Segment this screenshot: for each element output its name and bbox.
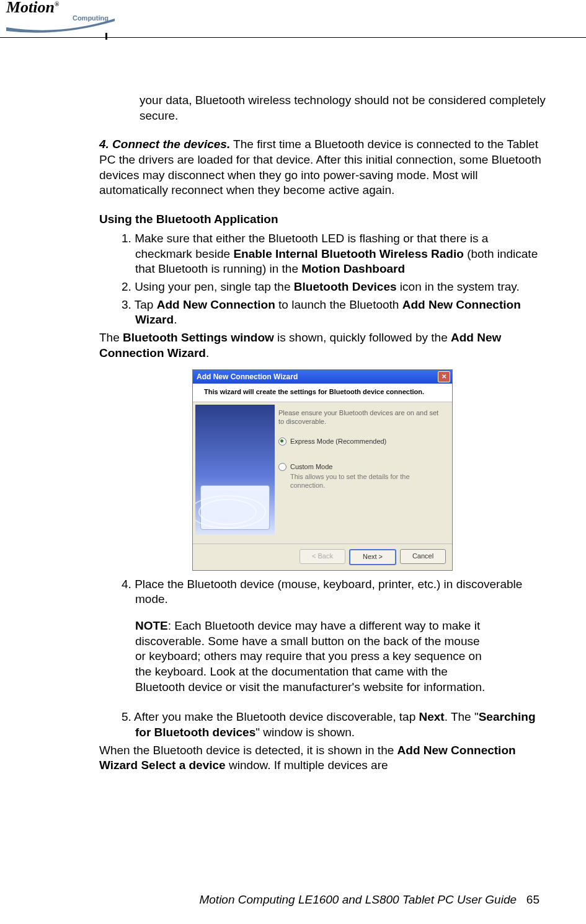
brand-logo: Motion® Computing bbox=[6, 0, 109, 32]
steps-list-continued-2: 5. After you make the Bluetooth device d… bbox=[99, 710, 546, 740]
header-joiner bbox=[105, 33, 107, 40]
step-text: Using your pen, single tap the bbox=[135, 280, 294, 293]
cancel-button[interactable]: Cancel bbox=[400, 549, 446, 564]
step-text: After you make the Bluetooth device disc… bbox=[134, 710, 419, 723]
wizard-window: Add New Connection Wizard ✕ This wizard … bbox=[192, 369, 453, 570]
bold-term: Next bbox=[419, 710, 445, 723]
step-number: 2. bbox=[122, 280, 135, 293]
step-4-paragraph: 4. Connect the devices. The first time a… bbox=[99, 137, 546, 198]
step-5: 5. After you make the Bluetooth device d… bbox=[99, 710, 546, 740]
closing-paragraph: When the Bluetooth device is detected, i… bbox=[99, 743, 546, 773]
section-heading: Using the Bluetooth Application bbox=[99, 212, 546, 227]
page-number: 65 bbox=[526, 893, 539, 906]
back-button: < Back bbox=[300, 549, 345, 564]
signal-ring-icon bbox=[198, 499, 257, 525]
radio-sublabel: This allows you to set the details for t… bbox=[290, 472, 446, 490]
step-text: " window is shown. bbox=[255, 726, 355, 739]
bold-term: Enable Internal Bluetooth Wireless Radio bbox=[233, 247, 463, 260]
wizard-illustration bbox=[195, 405, 275, 535]
wizard-buttons: < Back Next > Cancel bbox=[193, 543, 452, 570]
step-number: 1. bbox=[122, 232, 135, 245]
step-text: . bbox=[174, 313, 177, 326]
wizard-title-text: Add New Connection Wizard bbox=[197, 372, 298, 382]
brand-word: Motion bbox=[6, 0, 55, 16]
page-header: Motion® Computing bbox=[0, 0, 586, 34]
express-mode-radio[interactable]: Express Mode (Recommended) bbox=[278, 437, 446, 446]
after-steps-paragraph: The Bluetooth Settings window is shown, … bbox=[99, 330, 546, 361]
step-number: 5. bbox=[122, 710, 134, 723]
custom-mode-radio[interactable]: Custom Mode This allows you to set the d… bbox=[278, 462, 446, 490]
radio-label: Custom Mode bbox=[290, 463, 332, 470]
wizard-subtitle: This wizard will create the settings for… bbox=[193, 384, 452, 402]
step-4: 4. Place the Bluetooth device (mouse, ke… bbox=[99, 577, 546, 607]
text: is shown, quickly followed by the bbox=[274, 331, 451, 344]
close-icon[interactable]: ✕ bbox=[438, 371, 450, 382]
step-text: Place the Bluetooth device (mouse, keybo… bbox=[135, 578, 522, 606]
bold-term: Bluetooth Devices bbox=[294, 280, 397, 293]
footer-title: Motion Computing LE1600 and LS800 Tablet… bbox=[199, 893, 517, 906]
step-3: 3. Tap Add New Connection to launch the … bbox=[99, 297, 546, 328]
header-rule bbox=[0, 37, 586, 38]
radio-unselected-icon bbox=[278, 463, 286, 471]
step-text: Tap bbox=[135, 298, 157, 311]
text: window. If multiple devices are bbox=[226, 759, 388, 772]
step-number: 3. bbox=[122, 298, 135, 311]
text: The bbox=[99, 331, 123, 344]
step-number: 4. bbox=[122, 578, 135, 591]
next-button[interactable]: Next > bbox=[349, 549, 396, 565]
text: . bbox=[206, 346, 209, 359]
bold-term: Bluetooth Settings window bbox=[123, 331, 274, 344]
wizard-body: Please ensure your Bluetooth devices are… bbox=[193, 402, 452, 543]
steps-list: 1. Make sure that either the Bluetooth L… bbox=[99, 231, 546, 328]
bold-term: Add New Connection bbox=[157, 298, 275, 311]
registered-icon: ® bbox=[55, 1, 59, 7]
radio-selected-icon bbox=[278, 438, 286, 446]
continuation-paragraph: your data, Bluetooth wireless technology… bbox=[140, 93, 546, 123]
wizard-instruction: Please ensure your Bluetooth devices are… bbox=[278, 408, 446, 426]
bold-term: Motion Dashboard bbox=[301, 262, 405, 275]
note-block: NOTE: Each Bluetooth device may have a d… bbox=[99, 610, 546, 706]
step-text: . The " bbox=[445, 710, 479, 723]
note-text: : Each Bluetooth device may have a diffe… bbox=[135, 619, 485, 693]
step-2: 2. Using your pen, single tap the Blueto… bbox=[99, 279, 546, 295]
wizard-figure: Add New Connection Wizard ✕ This wizard … bbox=[99, 369, 546, 570]
step-text: to launch the Bluetooth bbox=[275, 298, 402, 311]
step-text: icon in the system tray. bbox=[397, 280, 520, 293]
radio-label: Express Mode (Recommended) bbox=[290, 437, 386, 446]
text: When the Bluetooth device is detected, i… bbox=[99, 744, 397, 757]
steps-list-continued: 4. Place the Bluetooth device (mouse, ke… bbox=[99, 577, 546, 607]
step-4-lead: 4. Connect the devices. bbox=[99, 138, 230, 151]
wizard-options: Please ensure your Bluetooth devices are… bbox=[277, 405, 450, 541]
swoosh-icon bbox=[6, 19, 115, 36]
page-footer: Motion Computing LE1600 and LS800 Tablet… bbox=[199, 892, 539, 908]
note-lead: NOTE bbox=[135, 619, 168, 632]
wizard-titlebar: Add New Connection Wizard ✕ bbox=[193, 370, 452, 384]
page-content: your data, Bluetooth wireless technology… bbox=[0, 34, 586, 773]
document-page: Motion® Computing your data, Bluetooth w… bbox=[0, 0, 586, 924]
step-1: 1. Make sure that either the Bluetooth L… bbox=[99, 231, 546, 277]
